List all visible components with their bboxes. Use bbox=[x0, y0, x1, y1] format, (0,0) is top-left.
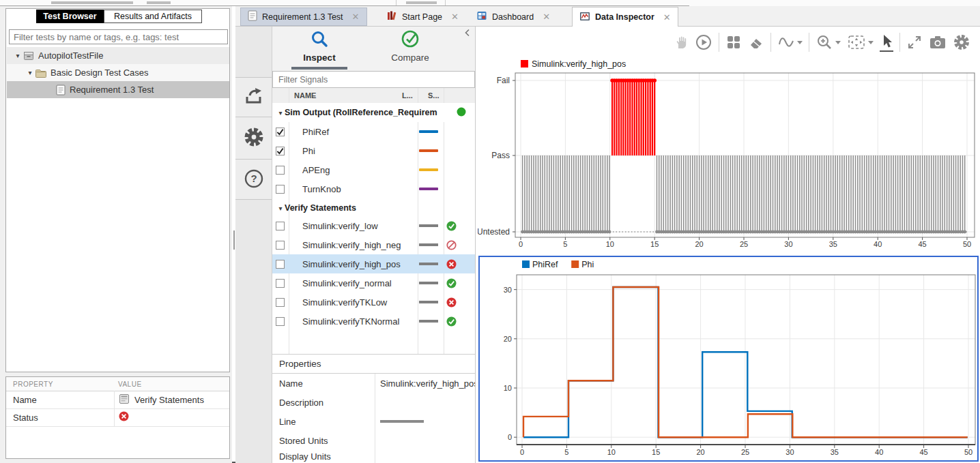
property-row-display-units[interactable]: Display Units bbox=[272, 450, 475, 463]
layout-grid-icon[interactable] bbox=[725, 34, 742, 50]
signal-checkbox[interactable] bbox=[276, 298, 285, 307]
collapse-left-icon[interactable] bbox=[464, 29, 471, 39]
expand-icon[interactable] bbox=[906, 34, 923, 50]
close-tab-icon[interactable]: ✕ bbox=[352, 12, 360, 22]
magnifier-icon bbox=[311, 30, 328, 50]
tab-label: Dashboard bbox=[492, 12, 534, 22]
signal-wave-icon[interactable] bbox=[777, 34, 803, 50]
property-row-line[interactable]: Line bbox=[272, 412, 475, 431]
verify-result-subplot[interactable]: 05101520253035404550UntestedPassFailSimu… bbox=[478, 58, 980, 255]
close-tab-icon[interactable]: ✕ bbox=[543, 12, 550, 22]
svg-text:25: 25 bbox=[741, 448, 749, 456]
signal-checkbox[interactable] bbox=[276, 185, 285, 194]
tab-start-page[interactable]: Start Page ✕ bbox=[379, 8, 465, 26]
chevron-down-icon[interactable]: ▾ bbox=[276, 109, 285, 117]
tab-label: Test Browser bbox=[43, 12, 96, 21]
tree-item-label: Basic Design Test Cases bbox=[51, 68, 149, 78]
tab-compare[interactable]: Compare bbox=[373, 30, 448, 63]
tab-inspect[interactable]: Inspect bbox=[282, 30, 357, 63]
svg-text:Untested: Untested bbox=[478, 227, 510, 237]
tree-item-autopilottestfile[interactable]: ▾ AutopilotTestFile bbox=[7, 47, 229, 64]
line-color-swatch[interactable] bbox=[419, 224, 438, 227]
signal-row-turnknob[interactable]: TurnKnob bbox=[272, 179, 475, 198]
preferences-gear-icon bbox=[243, 126, 265, 150]
signal-checkbox[interactable] bbox=[276, 147, 285, 155]
properties-section-header[interactable]: Properties bbox=[272, 354, 475, 374]
signal-checkbox[interactable] bbox=[276, 222, 285, 230]
cursor-arrow-icon[interactable] bbox=[880, 33, 893, 52]
line-color-swatch[interactable] bbox=[419, 243, 438, 246]
clipped-text-fragment bbox=[51, 1, 133, 4]
tree-item-basic-design-test-cases[interactable]: ▾ Basic Design Test Cases bbox=[7, 64, 229, 81]
close-tab-icon[interactable]: ✕ bbox=[663, 12, 671, 23]
preferences-button[interactable] bbox=[235, 117, 272, 159]
settings-gear-icon[interactable] bbox=[953, 33, 970, 51]
phiref-phi-subplot[interactable]: 051015202530354045500102030PhiRefPhi bbox=[480, 257, 977, 462]
svg-text:PhiRef: PhiRef bbox=[532, 260, 558, 269]
line-color-swatch[interactable] bbox=[419, 301, 438, 303]
signal-row-phi[interactable]: Phi bbox=[272, 141, 475, 160]
filter-tests-input[interactable] bbox=[9, 29, 228, 44]
help-button[interactable]: ? bbox=[235, 159, 272, 200]
filter-signals-input[interactable] bbox=[272, 71, 475, 88]
inspector-signal-panel: Inspect Compare NAME L... S... ▾ Sim Out… bbox=[272, 27, 476, 463]
signal-checkbox[interactable] bbox=[276, 279, 285, 288]
svg-text:0: 0 bbox=[508, 433, 512, 441]
property-value bbox=[375, 450, 475, 463]
signal-checkbox[interactable] bbox=[276, 166, 285, 175]
document-icon bbox=[248, 10, 257, 23]
verify-row-verify-normal[interactable]: Simulink:verify_normal bbox=[272, 273, 475, 293]
zoom-in-icon[interactable] bbox=[816, 33, 841, 51]
svg-text:40: 40 bbox=[875, 448, 883, 456]
replay-icon[interactable] bbox=[695, 33, 712, 51]
property-row-description[interactable]: Description bbox=[272, 393, 475, 412]
pass-icon bbox=[446, 316, 457, 327]
property-row-stored-units[interactable]: Stored Units bbox=[272, 431, 475, 450]
property-row-name[interactable]: Name Simulink:verify_high_pos bbox=[272, 374, 475, 393]
verify-row-verify-low[interactable]: Simulink:verify_low bbox=[272, 216, 475, 235]
fit-to-view-icon[interactable] bbox=[847, 34, 874, 50]
signal-row-phiref[interactable]: PhiRef bbox=[272, 122, 475, 141]
svg-text:15: 15 bbox=[650, 240, 659, 248]
test-file-icon bbox=[23, 51, 34, 61]
line-color-swatch[interactable] bbox=[419, 130, 438, 133]
verify-row-verifytknormal[interactable]: Simulink:verifyTKNormal bbox=[272, 312, 475, 331]
line-color-swatch[interactable] bbox=[419, 188, 438, 190]
property-table-header: PROPERTY VALUE bbox=[6, 377, 229, 391]
signal-checkbox[interactable] bbox=[276, 241, 285, 250]
signal-checkbox[interactable] bbox=[276, 128, 285, 136]
tree-item-requirement-13-test[interactable]: Requirement 1.3 Test bbox=[7, 81, 229, 98]
property-status-value bbox=[114, 408, 129, 426]
line-color-swatch[interactable] bbox=[419, 282, 438, 284]
snapshot-camera-icon[interactable] bbox=[929, 35, 947, 50]
signal-name: Phi bbox=[302, 146, 415, 156]
eraser-icon[interactable] bbox=[748, 34, 764, 50]
tab-results-and-artifacts[interactable]: Results and Artifacts bbox=[104, 10, 202, 23]
chevron-down-icon[interactable]: ▾ bbox=[14, 52, 22, 59]
line-color-swatch[interactable] bbox=[419, 168, 438, 171]
signal-checkbox[interactable] bbox=[276, 317, 285, 326]
verify-row-verifytklow[interactable]: Simulink:verifyTKLow bbox=[272, 293, 475, 312]
export-button[interactable] bbox=[235, 77, 272, 117]
chevron-down-icon[interactable]: ▾ bbox=[276, 205, 285, 212]
pan-hand-icon[interactable] bbox=[674, 34, 689, 50]
signal-checkbox[interactable] bbox=[276, 260, 285, 269]
close-tab-icon[interactable]: ✕ bbox=[451, 12, 459, 22]
svg-text:Phi: Phi bbox=[581, 260, 594, 269]
chevron-down-icon[interactable]: ▾ bbox=[26, 69, 34, 76]
verify-row-verify-high-pos[interactable]: Simulink:verify_high_pos bbox=[272, 254, 475, 273]
tab-test-browser[interactable]: Test Browser bbox=[36, 10, 104, 23]
tab-dashboard[interactable]: Dashboard ✕ bbox=[470, 8, 557, 26]
selected-subplot-frame[interactable]: 051015202530354045500102030PhiRefPhi bbox=[478, 256, 979, 462]
line-color-swatch[interactable] bbox=[419, 149, 438, 152]
signal-row-apeng[interactable]: APEng bbox=[272, 160, 475, 179]
tab-requirement-13-test[interactable]: Requirement 1.3 Test ✕ bbox=[240, 8, 367, 26]
toolbar-divider bbox=[899, 33, 900, 52]
panel-splitter-handle[interactable] bbox=[233, 230, 235, 250]
group-row-verify-statements[interactable]: ▾ Verify Statements bbox=[272, 198, 475, 218]
line-color-swatch[interactable] bbox=[419, 320, 438, 323]
line-color-swatch[interactable] bbox=[419, 263, 438, 265]
tab-data-inspector[interactable]: Data Inspector ✕ bbox=[572, 7, 678, 27]
group-row-sim-output[interactable]: ▾ Sim Output (RollReference_Requirem bbox=[272, 103, 475, 122]
verify-row-verify-high-neg[interactable]: Simulink:verify_high_neg bbox=[272, 235, 475, 254]
